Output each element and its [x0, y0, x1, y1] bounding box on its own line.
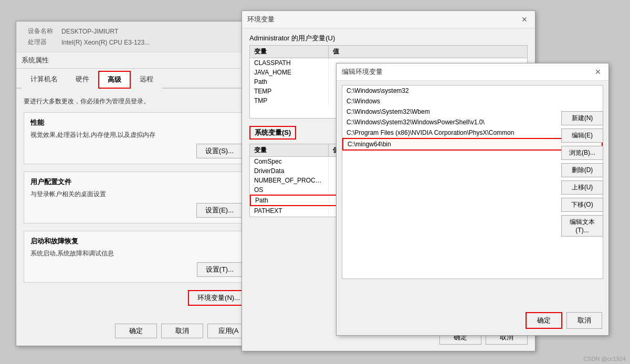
device-name-label: 设备名称: [24, 26, 57, 37]
processor-value: Intel(R) Xeon(R) CPU E3-123...: [57, 37, 154, 48]
sys-vars-label: 系统变量(S): [255, 129, 291, 136]
user-vars-header: 变量 值: [250, 46, 527, 58]
startup-section: 启动和故障恢复 系统启动,系统故障和调试信息 设置(T)...: [24, 231, 249, 283]
edit-path-button[interactable]: 编辑(E): [561, 129, 603, 143]
performance-section: 性能 视觉效果,处理器计划,内存使用,以及虚拟内存 设置(S)...: [24, 112, 249, 164]
user-profile-section: 用户配置文件 与登录帐户相关的桌面设置 设置(E)...: [24, 172, 249, 223]
path-item-0[interactable]: C:\Windows\system32: [342, 85, 603, 96]
sys-var-path-name: Path: [251, 196, 330, 205]
tab-advanced-content: 要进行大多数更改，你必须作为管理员登录。 性能 视觉效果,处理器计划,内存使用,…: [16, 89, 257, 314]
user-var-javahome-name: JAVA_HOME: [250, 68, 329, 77]
performance-settings-button[interactable]: 设置(S)...: [196, 144, 243, 158]
tab-remote[interactable]: 远程: [131, 71, 162, 89]
user-vars-col-var: 变量: [250, 46, 329, 58]
edit-env-window: 编辑环境变量 ✕ C:\Windows\system32 C:\Windows …: [336, 63, 609, 336]
user-var-tmp-name: TMP: [250, 96, 329, 105]
computer-info: 设备名称 DESKTOP-JIMIURT 处理器 Intel(R) Xeon(R…: [16, 22, 257, 52]
edit-env-bottom-buttons: 确定 取消: [526, 312, 602, 329]
sys-var-comspec-name: ComSpec: [250, 157, 329, 166]
user-var-classpath-name: CLASSPATH: [250, 58, 329, 68]
env-vars-close-icon[interactable]: ✕: [519, 14, 530, 25]
env-vars-button[interactable]: 环境变量(N)...: [188, 290, 249, 306]
sys-var-pathext-name: PATHEXT: [250, 206, 329, 216]
performance-title: 性能: [30, 118, 243, 127]
tab-computer-name[interactable]: 计算机名: [22, 71, 67, 89]
sys-var-driverdata-name: DriverData: [250, 166, 329, 176]
user-profile-desc: 与登录帐户相关的桌面设置: [30, 190, 243, 199]
edit-cancel-button[interactable]: 取消: [566, 312, 602, 329]
system-props-window: 设备名称 DESKTOP-JIMIURT 处理器 Intel(R) Xeon(R…: [16, 21, 257, 346]
ok-button[interactable]: 确定: [115, 324, 157, 338]
system-props-title: 系统属性: [22, 56, 49, 65]
move-up-button[interactable]: 上移(U): [561, 180, 603, 195]
user-vars-label: Administrator 的用户变量(U): [249, 34, 528, 43]
admin-note: 要进行大多数更改，你必须作为管理员登录。: [24, 97, 249, 106]
processor-label: 处理器: [24, 37, 57, 48]
sys-var-numproc-name: NUMBER_OF_PROCESSORS: [250, 176, 329, 185]
new-path-button[interactable]: 新建(N): [561, 111, 603, 125]
user-var-path-name: Path: [250, 77, 329, 87]
sys-var-os-name: OS: [250, 185, 329, 195]
tab-hardware[interactable]: 硬件: [67, 71, 98, 89]
startup-title: 启动和故障恢复: [30, 237, 243, 246]
edit-env-title: 编辑环境变量: [342, 67, 383, 77]
cancel-button[interactable]: 取消: [161, 324, 203, 338]
path-item-1[interactable]: C:\Windows: [342, 96, 603, 106]
user-profile-settings-button[interactable]: 设置(E)...: [196, 203, 243, 218]
tabs-bar: 计算机名 硬件 高级 远程: [16, 71, 257, 89]
edit-env-titlebar: 编辑环境变量 ✕: [337, 63, 608, 81]
edit-ok-button[interactable]: 确定: [526, 312, 562, 329]
edit-env-close-icon[interactable]: ✕: [593, 67, 603, 77]
system-props-titlebar: 系统属性: [16, 52, 257, 69]
env-vars-titlebar: 环境变量 ✕: [242, 11, 535, 28]
user-vars-col-val: 值: [329, 46, 527, 58]
env-vars-title: 环境变量: [247, 15, 275, 24]
user-var-temp-name: TEMP: [250, 87, 329, 96]
sys-vars-col-var: 变量: [250, 144, 329, 156]
system-props-bottom-buttons: 确定 取消 应用(A: [115, 324, 249, 338]
move-down-button[interactable]: 下移(O): [561, 198, 603, 212]
browse-path-button[interactable]: 浏览(B)...: [561, 146, 603, 160]
sys-var-procarch-name: PROCESSOR_ARCHITECT...: [250, 216, 329, 217]
user-profile-title: 用户配置文件: [30, 177, 243, 187]
startup-desc: 系统启动,系统故障和调试信息: [30, 249, 243, 258]
edit-text-button[interactable]: 编辑文本(T)...: [561, 215, 603, 237]
watermark: CSDN @cc1924: [583, 356, 626, 362]
tab-advanced[interactable]: 高级: [98, 71, 131, 89]
startup-settings-button[interactable]: 设置(T)...: [197, 262, 243, 277]
performance-desc: 视觉效果,处理器计划,内存使用,以及虚拟内存: [30, 131, 243, 140]
delete-path-button[interactable]: 删除(D): [561, 163, 603, 177]
device-name-value: DESKTOP-JIMIURT: [57, 26, 154, 37]
edit-action-buttons: 新建(N) 编辑(E) 浏览(B)... 删除(D) 上移(U) 下移(O) 编…: [561, 111, 603, 237]
